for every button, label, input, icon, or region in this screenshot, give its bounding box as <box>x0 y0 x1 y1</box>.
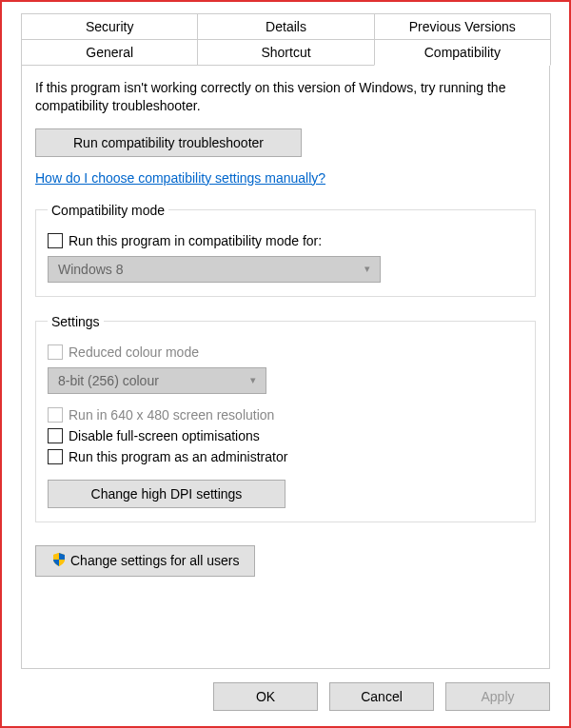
run-troubleshooter-button[interactable]: Run compatibility troubleshooter <box>35 128 302 157</box>
compat-mode-select-value: Windows 8 <box>58 262 123 277</box>
tab-shortcut[interactable]: Shortcut <box>197 39 374 66</box>
tab-security[interactable]: Security <box>21 13 198 40</box>
low-res-label: Run in 640 x 480 screen resolution <box>69 407 274 423</box>
intro-text: If this program isn't working correctly … <box>35 79 536 115</box>
colour-mode-select: 8-bit (256) colour ▾ <box>48 367 266 394</box>
checkbox-icon <box>48 449 63 464</box>
checkbox-icon <box>48 233 63 248</box>
ok-button[interactable]: OK <box>213 682 318 711</box>
compatibility-mode-legend: Compatibility mode <box>48 203 168 218</box>
compatibility-mode-group: Compatibility mode Run this program in c… <box>35 203 536 297</box>
compat-mode-checkbox-row[interactable]: Run this program in compatibility mode f… <box>48 233 523 248</box>
shield-icon <box>51 552 67 570</box>
chevron-down-icon: ▾ <box>250 374 256 386</box>
change-dpi-button[interactable]: Change high DPI settings <box>48 480 286 508</box>
help-link[interactable]: How do I choose compatibility settings m… <box>35 170 325 186</box>
tab-strip: Security Details Previous Versions Gener… <box>2 2 569 66</box>
chevron-down-icon: ▾ <box>364 263 370 275</box>
run-admin-label: Run this program as an administrator <box>69 449 287 464</box>
run-admin-checkbox-row[interactable]: Run this program as an administrator <box>48 449 523 464</box>
colour-mode-value: 8-bit (256) colour <box>58 373 159 388</box>
checkbox-icon <box>48 407 63 423</box>
checkbox-icon <box>48 428 63 443</box>
tab-previous-versions[interactable]: Previous Versions <box>374 13 551 40</box>
tab-details[interactable]: Details <box>197 13 374 40</box>
change-all-users-button[interactable]: Change settings for all users <box>35 545 255 577</box>
reduced-colour-label: Reduced colour mode <box>69 344 199 360</box>
properties-dialog: Security Details Previous Versions Gener… <box>0 0 571 728</box>
checkbox-icon <box>48 344 63 360</box>
reduced-colour-checkbox-row: Reduced colour mode <box>48 344 523 360</box>
cancel-button[interactable]: Cancel <box>329 682 434 711</box>
change-all-users-label: Change settings for all users <box>70 553 239 568</box>
disable-fullscreen-checkbox-row[interactable]: Disable full-screen optimisations <box>48 428 523 443</box>
low-res-checkbox-row: Run in 640 x 480 screen resolution <box>48 407 523 423</box>
apply-button: Apply <box>445 682 550 711</box>
settings-group: Settings Reduced colour mode 8-bit (256)… <box>35 314 536 522</box>
settings-legend: Settings <box>48 314 104 329</box>
dialog-footer: OK Cancel Apply <box>2 669 569 726</box>
compat-mode-select[interactable]: Windows 8 ▾ <box>48 256 381 283</box>
disable-fullscreen-label: Disable full-screen optimisations <box>69 428 260 443</box>
tab-content: If this program isn't working correctly … <box>21 65 550 669</box>
tab-compatibility[interactable]: Compatibility <box>374 39 551 66</box>
tab-general[interactable]: General <box>21 39 198 66</box>
compat-mode-checkbox-label: Run this program in compatibility mode f… <box>69 233 322 248</box>
